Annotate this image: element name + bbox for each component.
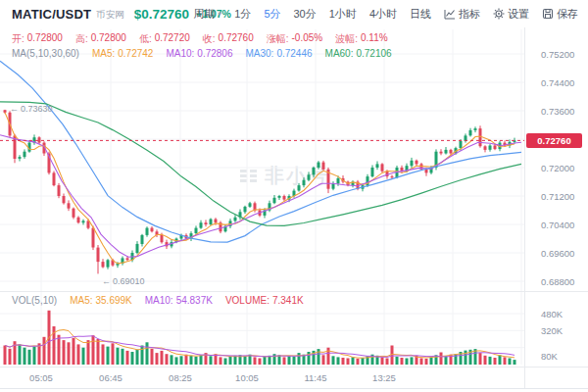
high-price-marker: ← 0.73630 [10,104,53,114]
vol-item-0-value: 35.699K [95,295,131,306]
ma-ma30-value: 0.72446 [276,48,312,59]
ohlc-field-5-value: 0.11% [361,32,388,46]
interval-tab-5[interactable]: 日线 [410,7,431,22]
gear-icon [493,8,505,20]
period-dropdown[interactable]: 周期 ▾ [193,7,221,22]
ohlc-field-0-label: 开: [12,32,24,46]
vol-item-2-label: VOLUME: [225,295,270,306]
chevron-down-icon: ▾ [218,10,221,17]
ohlc-field-3-label: 收: [203,32,216,46]
ma-ma10-label: MA10: [166,48,194,59]
last-price: $0.72760 [134,7,189,22]
settings-button[interactable]: 设置 [493,7,529,22]
vol-title: VOL(5,10) [12,295,57,306]
indicator-chart-icon [444,8,456,20]
price-tick-label: 0.71200 [541,191,574,202]
candles-group [4,110,516,274]
price-tick-label: 0.69600 [541,248,574,259]
arrow-left-icon: ← [10,104,19,114]
pair-title: MATIC/USDT [12,7,91,22]
vol-item-0-label: MA5: [70,295,92,306]
volume-tick-label: 320K [541,325,563,336]
ma-ma5-value: 0.72742 [118,48,153,59]
price-tick-label: 0.72000 [541,163,574,173]
ma-ma60-label: MA60: [325,48,354,59]
volume-indicator-row: VOL(5,10)MA5:35.699KMA10:54.837KVOLUME:7… [12,295,304,306]
arrow-left-icon: ← [102,276,111,286]
ohlc-field-2: 低:0.72720 [139,32,190,46]
time-tick-label: 06:45 [99,372,122,383]
ohlc-field-1-label: 高: [75,32,88,46]
current-price-badge: 0.72760 [526,133,582,148]
settings-label: 设置 [508,7,529,22]
pane-separator [0,291,588,292]
ma-lines-group [0,61,521,264]
ohlc-field-1-value: 0.72800 [91,32,126,46]
ohlc-field-3-value: 0.72760 [219,32,254,46]
time-tick-label: 08:25 [169,372,192,383]
axis-separator [524,27,525,388]
ma-ma10: MA10:0.72806 [166,48,232,59]
save-label: 保存 [557,7,578,22]
price-volume-chart[interactable] [0,0,588,392]
toolbar: 周期 ▾ 1分5分30分1小时4小时日线 指标 [193,0,578,27]
interval-tabs: 1分5分30分1小时4小时日线 [234,7,431,22]
ma-indicator-row: MA(5,10,30,60)MA5:0.72742MA10:0.72806MA3… [12,48,392,59]
ohlc-field-4: 涨幅:-0.05% [267,32,322,46]
time-tick-label: 13:25 [372,372,396,383]
ohlc-field-0-value: 0.72800 [27,32,63,46]
vol-item-1: MA10:54.837K [145,295,213,306]
interval-tab-2[interactable]: 30分 [294,7,317,22]
vol-item-1-value: 54.837K [176,295,213,306]
vol-item-2: VOLUME:7.341K [225,295,304,306]
high-price-value: 0.73630 [21,104,53,114]
time-tick-label: 05:05 [29,372,53,383]
ma60-line [0,102,521,225]
interval-tab-0[interactable]: 1分 [234,7,251,22]
ma-ma5-label: MA5: [92,48,115,59]
ohlc-field-5: 波幅:0.11% [335,32,387,46]
vol-item-1-label: MA10: [145,295,173,306]
ohlc-row: 开:0.72800高:0.72800低:0.72720收:0.72760涨幅:-… [12,32,388,46]
ma-ma60-value: 0.72106 [356,48,391,59]
ohlc-field-4-value: -0.05% [292,32,323,46]
volume-tick-label: 80K [541,351,558,362]
indicator-button[interactable]: 指标 [444,7,480,22]
ohlc-field-3: 收:0.72760 [203,32,254,46]
ma-title: MA(5,10,30,60) [12,48,79,59]
price-tick-label: 0.68800 [541,276,574,287]
volume-tick-label: 480K [541,309,563,319]
exchange-label: 币安网 [96,9,124,22]
period-label: 周期 [193,7,215,22]
price-tick-label: 0.75200 [541,49,574,60]
time-tick-label: 10:05 [235,372,259,383]
header: MATIC/USDT 币安网 $0.72760 +1.07% 周期 ▾ 1分5分… [0,0,588,27]
ma-ma30-label: MA30: [246,48,274,59]
price-tick-label: 0.74400 [541,77,574,88]
ohlc-field-0: 开:0.72800 [12,32,63,46]
ohlc-field-2-label: 低: [139,32,152,46]
ohlc-field-5-label: 波幅: [335,32,358,46]
volume-ma-lines [5,330,514,359]
ma-ma60: MA60:0.72106 [325,48,392,59]
interval-tab-1[interactable]: 5分 [264,7,280,22]
vol-item-2-value: 7.341K [272,295,304,306]
ohlc-field-2-value: 0.72720 [155,32,190,46]
bottom-border [0,388,588,389]
low-price-marker: ← 0.69010 [102,276,145,286]
ma-ma10-value: 0.72806 [197,48,232,59]
price-tick-label: 0.73600 [541,106,574,117]
ohlc-field-1: 高:0.72800 [75,32,126,46]
interval-tab-3[interactable]: 1小时 [329,7,357,22]
grid-group [0,29,524,365]
save-button[interactable]: 保存 [542,7,578,22]
chart-widget: 非小号 MATIC/USDT 币安网 $0.72760 +1.07% 周期 ▾ … [0,0,588,392]
time-axis-separator [0,367,588,368]
save-icon [542,8,554,20]
ma-ma5: MA5:0.72742 [92,48,154,59]
interval-tab-4[interactable]: 4小时 [369,7,397,22]
ma-ma30: MA30:0.72446 [246,48,313,59]
ohlc-field-4-label: 涨幅: [267,32,289,46]
indicator-label: 指标 [459,7,480,22]
low-price-value: 0.69010 [113,276,145,286]
